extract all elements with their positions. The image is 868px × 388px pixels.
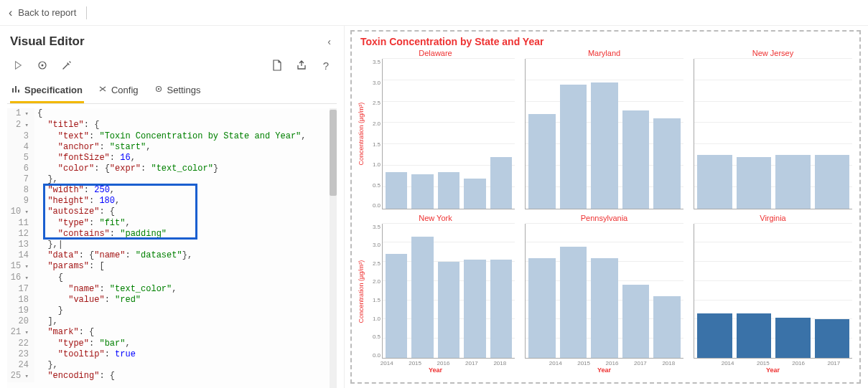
line-number: 19 (7, 306, 34, 316)
facet-title: Pennsylvania (525, 214, 683, 224)
x-axis-ticks: 2014201520162017 (709, 359, 852, 366)
bar[interactable] (490, 157, 512, 208)
code-line[interactable]: 23 "tooltip": true (7, 349, 337, 360)
code-line[interactable]: 20 ], (7, 316, 337, 327)
code-content: }, (34, 174, 337, 185)
code-line[interactable]: 9 "height": 180, (7, 196, 337, 207)
bar[interactable] (560, 85, 587, 209)
bar[interactable] (528, 258, 556, 358)
code-line[interactable]: 5 "fontSize": 16, (7, 153, 337, 164)
code-line[interactable]: 13 },| (7, 240, 337, 250)
bar[interactable] (622, 285, 650, 358)
tab-specification[interactable]: Specification (10, 82, 84, 103)
wand-icon[interactable] (60, 59, 73, 72)
new-file-icon[interactable] (271, 59, 284, 72)
target-icon[interactable] (36, 59, 49, 72)
bar[interactable] (591, 258, 618, 358)
play-icon[interactable] (11, 59, 24, 72)
code-content: ], (34, 316, 337, 327)
code-line[interactable]: 14 "data": {"name": "dataset"}, (7, 250, 337, 261)
line-number: 5 (7, 153, 34, 164)
code-line[interactable]: 1{ (7, 108, 337, 120)
bar[interactable] (490, 260, 512, 358)
code-line[interactable]: 17 "name": "text_color", (7, 284, 337, 295)
bar[interactable] (815, 155, 850, 208)
bar[interactable] (411, 174, 433, 209)
code-line[interactable]: 18 "value": "red" (7, 295, 337, 306)
bar[interactable] (464, 260, 485, 358)
code-content: "type": "bar", (34, 339, 337, 349)
bar[interactable] (737, 157, 772, 208)
code-line[interactable]: 10 "autosize": { (7, 207, 337, 218)
y-axis-ticks: 3.53.02.52.01.51.00.50.0 (366, 224, 382, 359)
chart-facet: Pennsylvania3.53.02.52.01.51.00.50.02014… (525, 214, 683, 374)
chart-facet: Virginia3.53.02.52.01.51.00.50.020142015… (694, 214, 852, 374)
code-content: } (34, 306, 337, 316)
line-number: 4 (7, 142, 34, 153)
code-line[interactable]: 21 "mark": { (7, 327, 337, 339)
bar[interactable] (697, 313, 732, 358)
line-number: 22 (7, 339, 34, 349)
plot-area: 3.53.02.52.01.51.00.50.0 (525, 59, 683, 209)
code-line[interactable]: 25 "encoding": { (7, 371, 337, 382)
code-line[interactable]: 22 "type": "bar", (7, 339, 337, 349)
help-icon[interactable]: ? (319, 59, 332, 72)
code-line[interactable]: 7 }, (7, 174, 337, 185)
code-line[interactable]: 19 } (7, 306, 337, 316)
bar[interactable] (464, 179, 485, 209)
code-line[interactable]: 2 "title": { (7, 120, 337, 131)
facet-title: New York (356, 214, 515, 224)
bar[interactable] (386, 254, 407, 358)
bar[interactable] (528, 114, 556, 208)
code-line[interactable]: 11 "type": "fit", (7, 218, 337, 229)
code-content: "params": [ (34, 261, 337, 273)
bar[interactable] (737, 313, 772, 358)
bar[interactable] (697, 155, 732, 208)
line-number: 12 (7, 229, 34, 240)
code-editor[interactable]: 1{2 "title": {3 "text": "Toxin Concentra… (7, 108, 337, 388)
y-axis-label: Concentration (µg/m³) (356, 224, 366, 359)
line-number: 3 (7, 131, 34, 142)
bar[interactable] (438, 172, 459, 209)
bar[interactable] (775, 318, 811, 358)
line-number: 20 (7, 316, 34, 327)
bars (383, 224, 515, 359)
code-content: "text": "Toxin Concentration by State an… (34, 131, 337, 142)
x-axis-label: Year (356, 366, 515, 374)
code-line[interactable]: 3 "text": "Toxin Concentration by State … (7, 131, 337, 142)
code-line[interactable]: 12 "contains": "padding" (7, 229, 337, 240)
bar[interactable] (622, 110, 650, 209)
bar[interactable] (653, 118, 681, 208)
code-line[interactable]: 16 { (7, 273, 337, 284)
bar[interactable] (815, 319, 850, 358)
bars (526, 224, 683, 359)
gear-icon (154, 85, 163, 95)
code-line[interactable]: 4 "anchor": "start", (7, 142, 337, 153)
back-to-report-link[interactable]: ‹ Back to report (9, 6, 76, 19)
bar[interactable] (591, 82, 618, 209)
bar[interactable] (386, 172, 407, 209)
bar[interactable] (560, 247, 587, 358)
code-line[interactable]: 15 "params": [ (7, 261, 337, 273)
line-number: 7 (7, 174, 34, 185)
code-content: "autosize": { (34, 207, 337, 218)
code-content: "type": "fit", (34, 218, 337, 229)
bars (694, 224, 852, 359)
collapse-panel-icon[interactable]: ‹ (322, 33, 337, 50)
export-icon[interactable] (295, 59, 308, 72)
code-line[interactable]: 8 "width": 250, (7, 185, 337, 196)
tab-settings[interactable]: Settings (153, 82, 202, 103)
facet-title: Virginia (694, 214, 852, 224)
code-line[interactable]: 6 "color": {"expr": "text_color"} (7, 164, 337, 174)
facet-title: Maryland (525, 49, 683, 59)
bar[interactable] (775, 155, 811, 208)
bar[interactable] (411, 237, 433, 358)
bar[interactable] (653, 296, 681, 358)
line-number: 1 (7, 108, 34, 120)
tab-config[interactable]: Config (97, 82, 140, 103)
bar[interactable] (438, 262, 459, 358)
code-line[interactable]: 24 }, (7, 360, 337, 371)
bars (526, 59, 683, 209)
editor-scrollbar[interactable] (330, 108, 337, 388)
code-content: "mark": { (34, 327, 337, 339)
